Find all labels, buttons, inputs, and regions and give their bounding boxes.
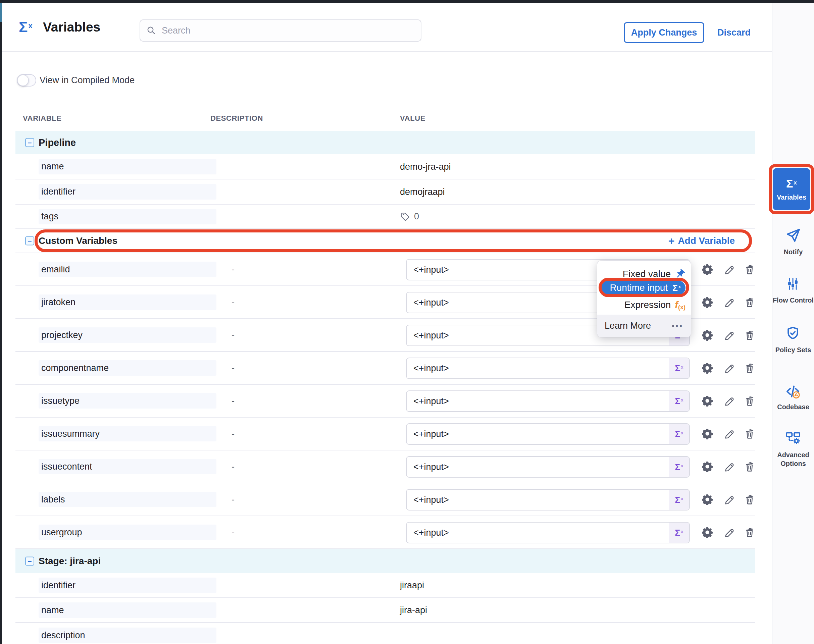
value-input[interactable]: Σx <box>406 423 690 445</box>
runtime-input-type-icon[interactable]: Σx <box>669 424 689 444</box>
edit-icon[interactable] <box>723 428 735 440</box>
settings-icon[interactable] <box>701 362 713 374</box>
settings-icon[interactable] <box>701 428 713 440</box>
fx-icon: f(x) <box>675 299 685 311</box>
settings-icon[interactable] <box>701 526 713 538</box>
value-input[interactable]: Σx <box>406 357 690 379</box>
edit-icon[interactable] <box>723 395 735 407</box>
value-input-field[interactable] <box>407 527 669 538</box>
advanced-options-icon[interactable] <box>785 430 801 446</box>
edit-icon[interactable] <box>723 296 735 308</box>
collapse-icon[interactable]: − <box>25 138 34 147</box>
runtime-input-type-icon[interactable]: Σx <box>669 457 689 477</box>
value-input-field[interactable] <box>407 396 669 406</box>
value-input-field[interactable] <box>407 462 669 472</box>
value-input-field[interactable] <box>407 429 669 439</box>
sidebar-item-notify[interactable]: Notify <box>773 248 814 256</box>
add-variable-button[interactable]: + Add Variable <box>668 235 735 246</box>
search-icon <box>146 26 157 35</box>
tags-value: 0 <box>400 211 419 222</box>
value-input-field[interactable] <box>407 495 669 505</box>
table-row: componentname - Σx <box>15 352 755 385</box>
learn-more-link[interactable]: Learn More <box>605 320 651 331</box>
value-input-field[interactable] <box>407 363 669 374</box>
search-box[interactable] <box>140 20 421 41</box>
collapse-icon[interactable]: − <box>25 236 34 245</box>
apply-changes-button[interactable]: Apply Changes <box>624 22 704 43</box>
variable-description: - <box>232 494 235 505</box>
delete-icon[interactable] <box>743 362 756 374</box>
variable-name: identifier <box>38 578 217 593</box>
sidebar-item-variables[interactable]: Σx Variables <box>773 168 810 210</box>
edit-icon[interactable] <box>723 329 735 341</box>
window-top-strip <box>0 0 814 3</box>
discard-button[interactable]: Discard <box>717 22 751 43</box>
delete-icon[interactable] <box>743 329 756 341</box>
policy-sets-icon[interactable] <box>785 325 801 342</box>
sidebar-item-advanced-options[interactable]: Advanced Options <box>773 451 814 468</box>
variable-value: jiraapi <box>400 580 424 591</box>
edit-icon[interactable] <box>723 526 735 538</box>
delete-icon[interactable] <box>743 395 756 407</box>
settings-icon[interactable] <box>701 296 713 308</box>
settings-icon[interactable] <box>701 329 713 341</box>
value-input[interactable]: Σx <box>406 390 690 412</box>
value-input[interactable]: Σx <box>406 522 690 543</box>
value-input[interactable]: Σx <box>406 456 690 478</box>
runtime-input-type-icon[interactable]: Σx <box>669 391 689 411</box>
delete-icon[interactable] <box>743 428 756 440</box>
variable-description: - <box>232 527 235 538</box>
delete-icon[interactable] <box>743 296 756 308</box>
runtime-input-type-icon[interactable]: Σx <box>669 358 689 378</box>
menu-item-fixed-value[interactable]: Fixed value <box>623 267 685 281</box>
section-row-pipeline: − Pipeline <box>15 131 755 154</box>
variable-name: issuetype <box>38 393 217 409</box>
search-input[interactable] <box>161 25 415 36</box>
sidebar-item-policy-sets[interactable]: Policy Sets <box>773 345 814 354</box>
flow-control-icon[interactable] <box>785 276 801 292</box>
toggle-knob <box>17 74 29 86</box>
settings-icon[interactable] <box>701 263 713 275</box>
variable-name: usergroup <box>38 524 217 540</box>
menu-item-runtime-input[interactable]: Runtime input Σx <box>601 281 685 295</box>
tag-icon <box>400 211 411 222</box>
compiled-mode-toggle[interactable] <box>17 74 36 87</box>
notify-icon[interactable] <box>785 227 801 243</box>
variable-name: jiratoken <box>38 294 217 310</box>
delete-icon[interactable] <box>743 460 756 472</box>
panel-header: Σx Variables Apply Changes Discard <box>2 3 772 52</box>
runtime-input-type-icon[interactable]: Σx <box>669 523 689 543</box>
edit-icon[interactable] <box>723 263 735 275</box>
menu-item-expression[interactable]: Expression f(x) <box>624 297 685 312</box>
sidebar-item-codebase[interactable]: Codebase <box>773 403 814 411</box>
edit-icon[interactable] <box>723 362 735 374</box>
runtime-input-type-icon[interactable]: Σx <box>669 490 689 510</box>
menu-footer: Learn More ••• <box>597 314 691 337</box>
value-input[interactable]: Σx <box>406 489 690 511</box>
page-title: Variables <box>43 20 100 35</box>
delete-icon[interactable] <box>743 494 756 506</box>
collapse-icon[interactable]: − <box>25 557 34 566</box>
column-header-variable: VARIABLE <box>23 114 62 123</box>
table-row: issuetype - Σx <box>15 385 755 418</box>
variable-description: - <box>232 429 235 439</box>
table-row: name jira-api <box>15 598 755 623</box>
delete-icon[interactable] <box>743 263 756 275</box>
variable-name: projectkey <box>38 327 217 343</box>
edit-icon[interactable] <box>723 460 735 472</box>
settings-icon[interactable] <box>701 494 713 506</box>
variable-value: demojraapi <box>400 187 445 197</box>
table-row: identifier demojraapi <box>15 179 755 205</box>
variable-name: description <box>38 627 217 643</box>
table-row: issuesummary - Σx <box>15 418 755 451</box>
sidebar-item-flow-control[interactable]: Flow Control <box>773 296 814 305</box>
section-title: Pipeline <box>38 137 76 148</box>
codebase-icon[interactable] <box>785 383 801 399</box>
more-options-dots[interactable]: ••• <box>672 322 683 330</box>
settings-icon[interactable] <box>701 395 713 407</box>
edit-icon[interactable] <box>723 494 735 506</box>
settings-icon[interactable] <box>701 460 713 472</box>
variable-name: labels <box>38 492 217 507</box>
table-row: issuecontent - Σx <box>15 451 755 483</box>
delete-icon[interactable] <box>743 526 756 538</box>
